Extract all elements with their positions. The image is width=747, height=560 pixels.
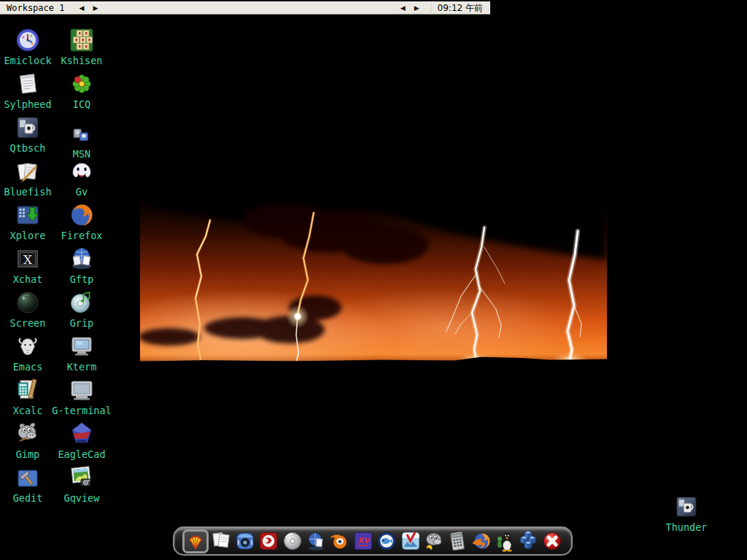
wallpaper-photo bbox=[140, 105, 607, 454]
clock: 09:12 午前 bbox=[431, 2, 483, 15]
dark-sphere-icon bbox=[14, 289, 42, 316]
desktop-icon-emacs[interactable]: Emacs bbox=[0, 332, 55, 372]
desktop-icon-thunder[interactable]: Thunder bbox=[657, 493, 716, 532]
fish-porthole-icon bbox=[376, 530, 398, 552]
desktop-icon-gimp[interactable]: Gimp bbox=[0, 420, 55, 459]
clock-next-icon[interactable]: ▶ bbox=[414, 1, 419, 15]
icon-label: EagleCad bbox=[58, 449, 105, 459]
desktop-icon-gftp[interactable]: Gftp bbox=[50, 245, 114, 284]
cd-icon bbox=[282, 530, 303, 552]
icon-label: Xplore bbox=[10, 230, 46, 241]
icon-label: Kshisen bbox=[61, 55, 103, 66]
desktop-icon-gterminal[interactable]: G-terminal bbox=[50, 376, 114, 416]
taskbar: Workspace 1 ◀ ▶ ◀ ▶ 09:12 午前 bbox=[0, 1, 490, 15]
clock-prev-icon[interactable]: ◀ bbox=[400, 1, 406, 15]
firefox-globe-icon bbox=[471, 530, 492, 552]
ftp-globe-icon bbox=[305, 530, 327, 552]
desktop-icon-grip[interactable]: Grip bbox=[50, 289, 114, 328]
desktop-icon-icq[interactable]: ICQ bbox=[50, 70, 114, 109]
dock-item-shell[interactable] bbox=[182, 529, 209, 553]
monitor-icon bbox=[68, 332, 96, 360]
dock-item-quit[interactable] bbox=[541, 530, 563, 552]
blue-cubes-icon bbox=[517, 530, 539, 552]
svg-text:XV: XV bbox=[357, 536, 371, 545]
shell-icon bbox=[185, 531, 206, 551]
photo-camera-icon bbox=[68, 464, 96, 491]
dock-item-pdf-reader[interactable] bbox=[258, 530, 279, 552]
dock-item-ftp-globe[interactable] bbox=[305, 530, 327, 552]
icon-label: ICQ bbox=[73, 99, 90, 109]
dock-item-firefox-globe[interactable] bbox=[471, 530, 492, 552]
workspace-label: Workspace 1 bbox=[7, 3, 64, 13]
dock-item-gimp[interactable] bbox=[423, 530, 445, 552]
photo-check-icon bbox=[400, 530, 422, 552]
desktop-icon-xchat[interactable]: X Xchat bbox=[0, 245, 55, 284]
dock-item-calculator[interactable] bbox=[446, 530, 468, 552]
firefox-icon bbox=[68, 201, 96, 229]
monitor-icon bbox=[68, 376, 96, 404]
media-player-icon bbox=[234, 530, 256, 552]
dock-item-media-player[interactable] bbox=[234, 530, 256, 552]
icon-label: Emacs bbox=[13, 362, 43, 372]
desktop-icon-kterm[interactable]: Kterm bbox=[50, 332, 114, 372]
notepad-icon bbox=[14, 70, 42, 98]
dock-item-photo-check[interactable] bbox=[400, 530, 422, 552]
icon-label: Thunder bbox=[666, 522, 708, 532]
dock-item-blender[interactable] bbox=[328, 530, 350, 552]
gimp-icon bbox=[423, 530, 445, 552]
flower-icon bbox=[68, 70, 96, 98]
desktop-icon-gqview[interactable]: Gqview bbox=[50, 464, 114, 503]
pdf-reader-icon bbox=[258, 530, 279, 552]
desktop-icon-msn[interactable]: MSN bbox=[50, 125, 114, 159]
desktop-icon-screen[interactable]: Screen bbox=[0, 289, 55, 328]
icon-label: Screen bbox=[10, 318, 46, 328]
svg-text:X: X bbox=[23, 252, 33, 267]
desktop-icon-sylpheed[interactable]: Sylpheed bbox=[0, 70, 55, 109]
globe-documents-icon bbox=[68, 245, 96, 273]
icon-label: Gedit bbox=[13, 493, 43, 503]
workspace-prev-icon[interactable]: ◀ bbox=[79, 1, 84, 15]
gnu-head-icon bbox=[14, 332, 42, 360]
icon-label: Qtbsch bbox=[10, 143, 46, 153]
dock-item-xv-viewer[interactable]: XV bbox=[352, 530, 374, 552]
calculator-icon bbox=[446, 530, 468, 552]
cd-music-icon bbox=[68, 289, 96, 316]
desktop-icon-emiclock[interactable]: Emiclock bbox=[0, 26, 55, 66]
xv-viewer-icon: XV bbox=[352, 530, 374, 552]
workspace-next-icon[interactable]: ▶ bbox=[93, 1, 98, 15]
desktop-icon-xplore[interactable]: Xplore bbox=[0, 201, 55, 241]
quit-cross-icon bbox=[541, 530, 563, 552]
calculator-ruler-icon bbox=[14, 376, 42, 404]
papers-pencil-icon bbox=[14, 158, 42, 185]
dock-item-blue-cubes[interactable] bbox=[517, 530, 539, 552]
desktop-icon-firefox[interactable]: Firefox bbox=[50, 201, 114, 241]
x-letter-icon: X bbox=[14, 245, 42, 273]
icon-label: Bluefish bbox=[4, 187, 51, 197]
dock-item-documents[interactable] bbox=[210, 530, 232, 552]
icon-label: Grip bbox=[70, 318, 94, 328]
coffee-cup-icon bbox=[673, 493, 700, 521]
icon-label: Gqview bbox=[64, 493, 100, 503]
lightning-storm-image bbox=[140, 105, 607, 454]
desktop-icon-gv[interactable]: Gv bbox=[50, 158, 114, 197]
desktop: Workspace 1 ◀ ▶ ◀ ▶ 09:12 午前 bbox=[0, 0, 747, 560]
tile-game-icon bbox=[68, 26, 96, 54]
icon-label: Gv bbox=[76, 187, 88, 197]
wilber-icon bbox=[14, 420, 42, 448]
dock-item-tux-penguin[interactable] bbox=[494, 530, 516, 552]
dock: XV bbox=[173, 526, 573, 556]
icon-label: Kterm bbox=[67, 362, 97, 372]
desktop-icon-eaglecad[interactable]: EagleCad bbox=[50, 420, 114, 459]
icon-label: Gftp bbox=[70, 274, 94, 284]
icon-label: Gimp bbox=[16, 449, 40, 459]
desktop-icon-kshisen[interactable]: Kshisen bbox=[50, 26, 114, 66]
desktop-icon-gedit[interactable]: Gedit bbox=[0, 464, 55, 503]
dock-item-fish-porthole[interactable] bbox=[376, 530, 398, 552]
desktop-icon-xcalc[interactable]: Xcalc bbox=[0, 376, 55, 416]
desktop-icon-bluefish[interactable]: Bluefish bbox=[0, 158, 55, 197]
dock-item-cd[interactable] bbox=[282, 530, 303, 552]
icon-label: Xcalc bbox=[13, 405, 43, 416]
desktop-icon-qtbsch[interactable]: Qtbsch bbox=[0, 114, 55, 153]
download-arrow-icon bbox=[14, 201, 42, 229]
ghost-icon bbox=[68, 158, 96, 185]
